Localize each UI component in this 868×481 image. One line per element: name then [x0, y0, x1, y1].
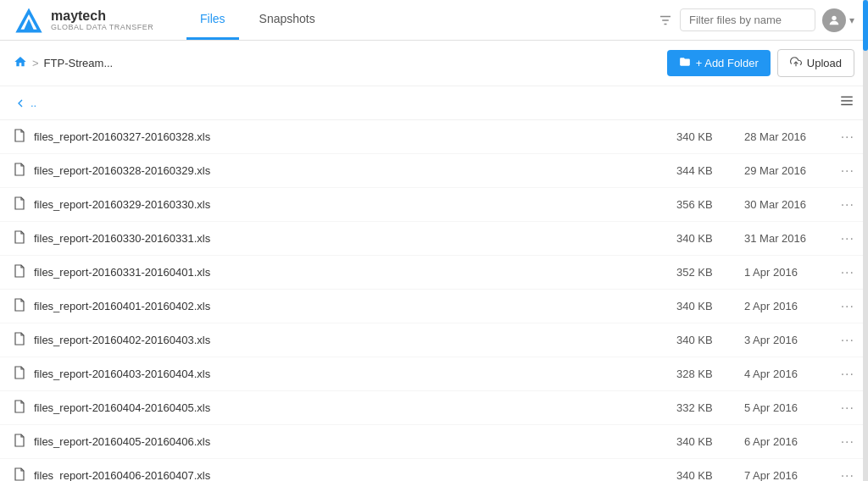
- file-icon: [14, 366, 25, 382]
- scroll-indicator[interactable]: [863, 0, 868, 481]
- file-name: files_report-20160331-20160401.xls: [34, 266, 676, 279]
- file-name: files_report-20160328-20160329.xls: [34, 164, 676, 177]
- table-row[interactable]: files_report-20160328-20160329.xls 344 K…: [0, 154, 868, 188]
- table-row[interactable]: files_report-20160405-20160406.xls 340 K…: [0, 425, 868, 459]
- file-name: files_report-20160329-20160330.xls: [34, 198, 676, 211]
- breadcrumb-bar: > FTP-Stream... + Add Folder Uplo: [0, 41, 868, 86]
- back-button[interactable]: ..: [14, 97, 839, 110]
- file-menu-button[interactable]: ···: [829, 333, 854, 348]
- action-buttons: + Add Folder Upload: [667, 49, 854, 77]
- file-menu-button[interactable]: ···: [829, 299, 854, 314]
- file-icon: [14, 434, 25, 450]
- logo-name: maytech: [51, 8, 153, 24]
- file-icon: [14, 163, 25, 179]
- file-name: files_report-20160405-20160406.xls: [34, 435, 676, 448]
- tab-files[interactable]: Files: [186, 0, 239, 40]
- file-menu-button[interactable]: ···: [829, 401, 854, 416]
- table-row[interactable]: files_report-20160401-20160402.xls 340 K…: [0, 290, 868, 323]
- filter-icon[interactable]: [658, 13, 673, 28]
- file-list: files_report-20160327-20160328.xls 340 K…: [0, 120, 868, 481]
- file-date: 30 Mar 2016: [744, 198, 829, 211]
- file-size: 340 KB: [676, 435, 744, 448]
- table-row[interactable]: files_report-20160327-20160328.xls 340 K…: [0, 120, 868, 154]
- add-folder-button[interactable]: + Add Folder: [667, 50, 771, 76]
- file-icon: [14, 264, 25, 280]
- user-avatar: [822, 8, 846, 32]
- file-list-header: ..: [0, 86, 868, 120]
- table-row[interactable]: files_report-20160404-20160405.xls 332 K…: [0, 391, 868, 425]
- file-menu-button[interactable]: ···: [829, 130, 854, 145]
- file-menu-button[interactable]: ···: [829, 231, 854, 246]
- file-size: 340 KB: [676, 334, 744, 346]
- file-icon: [14, 298, 25, 314]
- file-size: 356 KB: [676, 198, 744, 211]
- file-size: 328 KB: [676, 368, 744, 380]
- sort-button[interactable]: [839, 93, 854, 113]
- add-folder-label: + Add Folder: [696, 57, 759, 69]
- filter-area: ▾: [658, 8, 854, 32]
- maytech-logo-icon: [14, 5, 44, 36]
- filter-input[interactable]: [680, 8, 815, 31]
- breadcrumb: > FTP-Stream...: [14, 55, 113, 71]
- logo-text: maytech GLOBAL DATA TRANSFER: [51, 8, 153, 32]
- file-date: 31 Mar 2016: [744, 232, 829, 245]
- file-name: files_report-20160404-20160405.xls: [34, 401, 676, 414]
- file-icon: [14, 400, 25, 416]
- add-folder-icon: [679, 56, 691, 70]
- file-date: 1 Apr 2016: [744, 266, 829, 279]
- file-menu-button[interactable]: ···: [829, 163, 854, 179]
- user-menu-button[interactable]: ▾: [822, 8, 854, 32]
- file-date: 4 Apr 2016: [744, 368, 829, 380]
- file-name: files_report-20160406-20160407.xls: [34, 469, 676, 481]
- table-row[interactable]: files_report-20160403-20160404.xls 328 K…: [0, 357, 868, 391]
- upload-icon: [790, 56, 802, 70]
- file-menu-button[interactable]: ···: [829, 434, 854, 450]
- file-size: 344 KB: [676, 164, 744, 177]
- file-size: 340 KB: [676, 469, 744, 481]
- upload-label: Upload: [807, 57, 842, 69]
- file-date: 28 Mar 2016: [744, 130, 829, 143]
- breadcrumb-separator: >: [32, 57, 39, 69]
- logo-subtitle: GLOBAL DATA TRANSFER: [51, 23, 153, 31]
- table-row[interactable]: files_report-20160329-20160330.xls 356 K…: [0, 188, 868, 222]
- table-row[interactable]: files_report-20160330-20160331.xls 340 K…: [0, 222, 868, 256]
- file-date: 7 Apr 2016: [744, 469, 829, 481]
- file-icon: [14, 332, 25, 348]
- file-menu-button[interactable]: ···: [829, 468, 854, 482]
- table-row[interactable]: files_report-20160406-20160407.xls 340 K…: [0, 459, 868, 481]
- file-date: 29 Mar 2016: [744, 164, 829, 177]
- file-icon: [14, 230, 25, 246]
- file-menu-button[interactable]: ···: [829, 367, 854, 382]
- file-menu-button[interactable]: ···: [829, 265, 854, 280]
- file-icon: [14, 467, 25, 481]
- breadcrumb-home-icon[interactable]: [14, 55, 27, 71]
- file-name: files_report-20160330-20160331.xls: [34, 232, 676, 245]
- tab-snapshots[interactable]: Snapshots: [246, 0, 329, 40]
- file-size: 340 KB: [676, 232, 744, 245]
- user-chevron-icon: ▾: [849, 14, 854, 26]
- header: maytech GLOBAL DATA TRANSFER Files Snaps…: [0, 0, 868, 41]
- breadcrumb-current: FTP-Stream...: [44, 57, 114, 69]
- table-row[interactable]: files_report-20160402-20160403.xls 340 K…: [0, 323, 868, 357]
- file-name: files_report-20160403-20160404.xls: [34, 368, 676, 380]
- upload-button[interactable]: Upload: [777, 49, 854, 77]
- scroll-thumb: [863, 0, 868, 51]
- file-date: 2 Apr 2016: [744, 300, 829, 312]
- file-name: files_report-20160402-20160403.xls: [34, 334, 676, 346]
- file-size: 340 KB: [676, 300, 744, 312]
- nav-tabs: Files Snapshots: [186, 0, 329, 40]
- file-icon: [14, 196, 25, 213]
- svg-point-5: [832, 15, 836, 19]
- file-date: 6 Apr 2016: [744, 435, 829, 448]
- file-size: 340 KB: [676, 130, 744, 143]
- table-row[interactable]: files_report-20160331-20160401.xls 352 K…: [0, 256, 868, 290]
- logo-area: maytech GLOBAL DATA TRANSFER: [14, 5, 166, 36]
- file-name: files_report-20160401-20160402.xls: [34, 300, 676, 312]
- file-size: 352 KB: [676, 266, 744, 279]
- file-name: files_report-20160327-20160328.xls: [34, 130, 676, 143]
- file-icon: [14, 129, 25, 145]
- file-size: 332 KB: [676, 401, 744, 414]
- file-date: 5 Apr 2016: [744, 401, 829, 414]
- file-date: 3 Apr 2016: [744, 334, 829, 346]
- file-menu-button[interactable]: ···: [829, 197, 854, 213]
